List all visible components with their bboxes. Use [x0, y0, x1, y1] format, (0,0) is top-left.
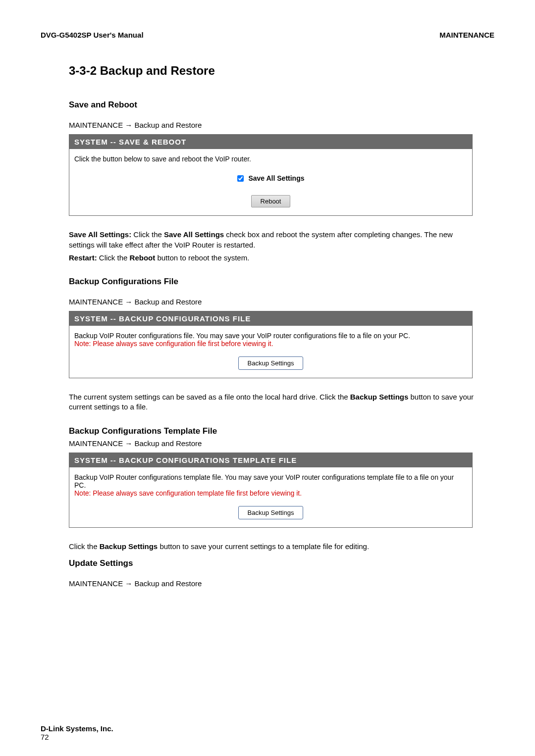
breadcrumb-backup-file: MAINTENANCE → Backup and Restore: [69, 298, 494, 306]
backup-file-heading: Backup Configurations File: [69, 277, 494, 287]
save-all-settings-bold: Save All Settings: [164, 230, 224, 239]
footer-page-number: 72: [41, 733, 113, 741]
content: 3-3-2 Backup and Restore Save and Reboot…: [41, 64, 494, 588]
page-header: DVG-G5402SP User's Manual MAINTENANCE: [41, 31, 494, 39]
save-reboot-explain-2: Restart: Click the Reboot button to rebo…: [69, 253, 480, 263]
save-reboot-panel-body: Click the button below to save and reboo…: [69, 149, 472, 215]
backup-template-settings-button[interactable]: Backup Settings: [238, 506, 304, 519]
header-right: MAINTENANCE: [439, 31, 494, 39]
header-left: DVG-G5402SP User's Manual: [41, 31, 144, 39]
breadcrumb-backup-template: MAINTENANCE → Backup and Restore: [69, 439, 494, 448]
save-all-settings-row: Save All Settings: [74, 174, 467, 182]
save-reboot-intro: Click the button below to save and reboo…: [74, 155, 467, 163]
reboot-button[interactable]: Reboot: [251, 195, 291, 207]
backup-file-note: Note: Please always save configuration f…: [74, 340, 467, 348]
backup-template-explain: Click the Backup Settings button to save…: [69, 542, 480, 552]
backup-template-intro: Backup VoIP Router configurations templa…: [74, 473, 467, 489]
txt: button to reboot the system.: [155, 253, 249, 262]
txt: Click the: [97, 253, 130, 262]
breadcrumb-update-settings: MAINTENANCE → Backup and Restore: [69, 579, 494, 588]
save-all-settings-term: Save All Settings:: [69, 230, 131, 239]
save-all-settings-checkbox[interactable]: [237, 175, 244, 182]
breadcrumb-save-reboot: MAINTENANCE → Backup and Restore: [69, 121, 494, 129]
backup-template-panel-title: SYSTEM -- BACKUP CONFIGURATIONS TEMPLATE…: [69, 453, 472, 467]
backup-settings-bold: Backup Settings: [100, 542, 158, 551]
save-reboot-panel: SYSTEM -- SAVE & REBOOT Click the button…: [69, 134, 473, 216]
backup-file-panel-title: SYSTEM -- BACKUP CONFIGURATIONS FILE: [69, 311, 472, 326]
txt: Click the: [69, 542, 100, 551]
backup-file-explain: The current system settings can be saved…: [69, 392, 480, 412]
backup-settings-bold: Backup Settings: [350, 393, 409, 401]
backup-template-note: Note: Please always save configuration t…: [74, 489, 467, 497]
update-settings-heading: Update Settings: [69, 558, 494, 568]
save-reboot-heading: Save and Reboot: [69, 100, 494, 110]
backup-settings-button[interactable]: Backup Settings: [238, 356, 304, 370]
footer-company: D-Link Systems, Inc.: [41, 724, 113, 733]
backup-template-heading: Backup Configurations Template File: [69, 426, 494, 436]
txt: button to save your current settings to …: [158, 542, 369, 551]
backup-file-panel-body: Backup VoIP Router configurations file. …: [69, 326, 472, 378]
backup-template-panel: SYSTEM -- BACKUP CONFIGURATIONS TEMPLATE…: [69, 453, 473, 528]
backup-file-intro: Backup VoIP Router configurations file. …: [74, 332, 467, 340]
txt: Click the: [131, 230, 164, 239]
txt: The current system settings can be saved…: [69, 393, 350, 401]
save-reboot-explain-1: Save All Settings: Click the Save All Se…: [69, 230, 480, 250]
backup-template-panel-body: Backup VoIP Router configurations templa…: [69, 467, 472, 527]
reboot-bold: Reboot: [130, 253, 156, 262]
backup-file-panel: SYSTEM -- BACKUP CONFIGURATIONS FILE Bac…: [69, 311, 473, 378]
save-reboot-panel-title: SYSTEM -- SAVE & REBOOT: [69, 135, 472, 149]
section-title: 3-3-2 Backup and Restore: [69, 64, 494, 78]
save-all-settings-label: Save All Settings: [248, 174, 304, 182]
restart-term: Restart:: [69, 253, 97, 262]
page-footer: D-Link Systems, Inc. 72: [41, 724, 113, 741]
